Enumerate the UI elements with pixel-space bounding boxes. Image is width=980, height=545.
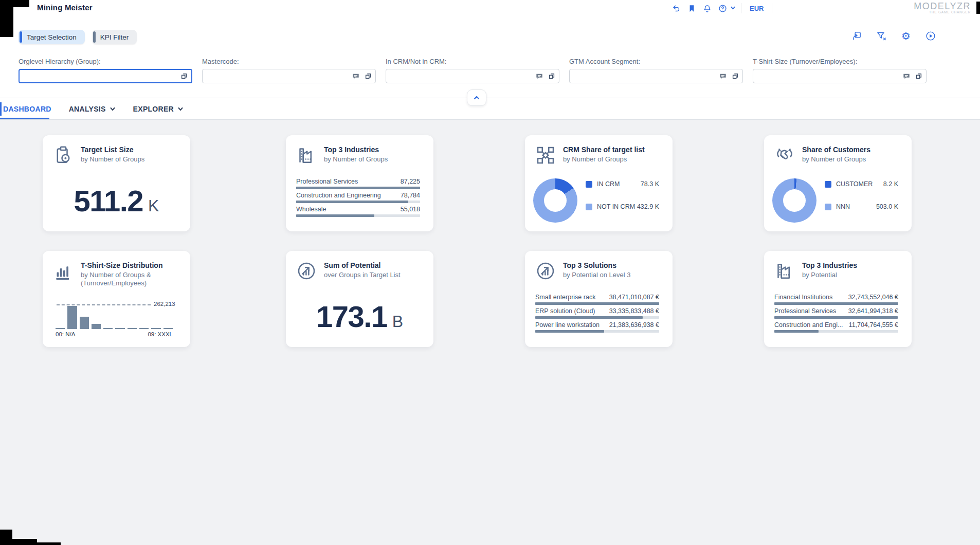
legend-label: IN CRM [597, 180, 641, 188]
bookmark-icon[interactable] [684, 1, 699, 16]
comment-icon[interactable] [903, 72, 910, 80]
orglevel-input[interactable] [19, 69, 192, 83]
active-tab-marker [0, 102, 2, 116]
legend-item: NOT IN CRM432.9 K [586, 203, 659, 210]
card-top3-industries-potential[interactable]: Top 3 Industries by Potential Financial … [764, 251, 912, 347]
gtm-field[interactable] [573, 69, 716, 83]
orglevel-field[interactable] [23, 70, 165, 82]
help-icon[interactable] [715, 1, 730, 16]
currency-selector[interactable]: EUR [747, 5, 767, 12]
card-crm-share[interactable]: CRM Share of target list by Number of Gr… [525, 135, 673, 231]
value-help-icon[interactable] [732, 72, 739, 80]
list-item: Small enterprise rack38,471,010,087 € [535, 294, 659, 305]
histogram-bar [164, 328, 173, 329]
filter-tshirt: T-Shirt-Size (Turnover/Employees): [753, 58, 927, 83]
trend-icon [296, 261, 317, 281]
card-subtitle: by Potential on Level 3 [563, 271, 666, 279]
filter-label: GTM Account Segment: [569, 58, 743, 65]
comment-icon[interactable] [536, 72, 543, 80]
filter-label: Orglevel Hierarchy (Group): [19, 58, 192, 65]
legend-item: IN CRM78.3 K [586, 180, 659, 188]
target-selection-chip[interactable]: Target Selection [19, 30, 85, 44]
value-help-icon[interactable] [915, 72, 922, 80]
card-sum-of-potential[interactable]: Sum of Potential over Groups in Target L… [286, 251, 433, 347]
card-subtitle: by Number of Groups [81, 155, 184, 164]
histogram-bar [151, 328, 160, 329]
mastercode-input[interactable] [202, 69, 376, 83]
axis-label-right: 09: XXXL [148, 331, 173, 337]
crm-input[interactable] [386, 69, 559, 83]
screen-corner-artifact [976, 2, 980, 14]
list-item: Professional Services87,225 [296, 178, 420, 189]
histogram-bar [103, 328, 113, 329]
card-subtitle: by Number of Groups & (Turnover/Employee… [81, 271, 184, 287]
tab-analysis[interactable]: ANALYSIS [69, 98, 116, 120]
kpi-unit: K [148, 196, 159, 215]
legend-label: CUSTOMER [836, 180, 883, 188]
list-item-label: Financial Institutions [774, 294, 832, 301]
card-target-list-size[interactable]: Target List Size by Number of Groups 511… [43, 135, 190, 231]
crm-field[interactable] [389, 69, 532, 83]
tab-explorer[interactable]: EXPLORER [133, 98, 184, 120]
value-help-icon[interactable] [365, 72, 372, 80]
card-top3-industries-groups[interactable]: Top 3 Industries by Number of Groups Pro… [286, 135, 433, 231]
shell-header: Mining Meister EUR [0, 0, 980, 16]
tshirt-input[interactable] [753, 69, 927, 83]
card-title: Sum of Potential [324, 261, 380, 269]
clear-filter-icon[interactable] [875, 30, 887, 42]
help-menu[interactable] [715, 1, 736, 16]
legend-value: 503.0 K [876, 203, 898, 210]
value-help-icon[interactable] [180, 72, 188, 80]
gtm-input[interactable] [569, 69, 743, 83]
card-tshirt-distribution[interactable]: T-Shirt-Size Distribution by Number of G… [43, 251, 190, 347]
legend-swatch [586, 204, 592, 210]
kpi-value: 511.2K [43, 184, 190, 218]
filter-label: In CRM/Not in CRM: [386, 58, 559, 65]
screen-corner-artifact [0, 0, 29, 7]
undo-icon[interactable] [668, 1, 684, 16]
legend-swatch [586, 181, 592, 188]
list-item-label: Power line workstation [535, 321, 600, 329]
tshirt-field[interactable] [756, 69, 899, 83]
kpi-filter-chip[interactable]: KPI Filter [92, 30, 137, 44]
list-item-label: ERP solution (Cloud) [535, 307, 595, 315]
filter-fields: Orglevel Hierarchy (Group): Mastercode: [19, 58, 927, 83]
tab-label: EXPLORER [133, 105, 174, 113]
legend-label: NNN [836, 203, 876, 210]
histogram-bar [56, 328, 65, 329]
histogram-bar [139, 328, 149, 329]
card-title: Target List Size [81, 146, 133, 154]
axis-label-left: 00: N/A [56, 331, 75, 337]
collapse-filter-button[interactable] [467, 89, 486, 106]
reset-icon[interactable] [850, 30, 863, 42]
card-share-of-customers[interactable]: Share of Customers by Number of Groups C… [764, 135, 912, 231]
page-title: Mining Meister [37, 3, 93, 12]
kpi-number: 173.1 [316, 300, 387, 333]
histogram-bar [115, 328, 124, 329]
active-tab-underline [0, 118, 49, 119]
kpi-value: 173.1B [286, 299, 433, 334]
mastercode-field[interactable] [206, 69, 349, 83]
ranked-list: Financial Institutions32,743,552,046 € P… [774, 294, 898, 335]
tab-dashboard[interactable]: DASHBOARD [3, 98, 51, 120]
card-top3-solutions[interactable]: Top 3 Solutions by Potential on Level 3 … [525, 251, 673, 347]
filter-crm: In CRM/Not in CRM: [386, 58, 559, 83]
header-actions: EUR [668, 0, 777, 16]
go-icon[interactable] [924, 30, 937, 42]
filter-gtm: GTM Account Segment: [569, 58, 743, 83]
value-help-icon[interactable] [548, 72, 555, 80]
settings-icon[interactable]: ⚙ [900, 30, 912, 42]
list-item-value: 21,383,636,938 € [609, 321, 659, 329]
chevron-down-icon [730, 4, 736, 13]
legend-item: NNN503.0 K [825, 203, 898, 210]
card-title: Top 3 Industries [802, 261, 857, 269]
tab-label: DASHBOARD [3, 105, 51, 113]
chevron-down-icon [177, 106, 184, 112]
notifications-icon[interactable] [699, 1, 715, 16]
bar-chart-icon [53, 261, 74, 281]
legend-swatch [825, 181, 831, 188]
card-title: Share of Customers [802, 146, 870, 154]
comment-icon[interactable] [719, 72, 727, 80]
list-item: ERP solution (Cloud)33,335,833,488 € [535, 307, 659, 319]
comment-icon[interactable] [352, 72, 359, 80]
